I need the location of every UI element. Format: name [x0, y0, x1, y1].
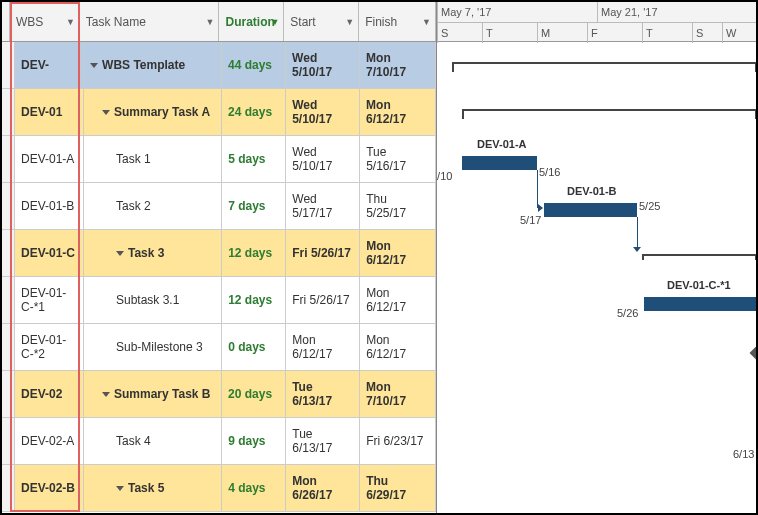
summary-bar-project[interactable]	[452, 62, 756, 72]
duration-column-header[interactable]: Duration ▼	[219, 2, 284, 41]
wbs-cell[interactable]: DEV-01	[15, 89, 84, 135]
table-row[interactable]: DEV-02-BTask 54 daysMon 6/26/17Thu 6/29/…	[2, 465, 436, 512]
finish-cell[interactable]: Mon 6/12/17	[360, 324, 436, 370]
duration-cell[interactable]: 24 days	[222, 89, 286, 135]
dropdown-icon[interactable]: ▼	[270, 17, 279, 27]
table-row[interactable]: DEV-01-BTask 27 daysWed 5/17/17Thu 5/25/…	[2, 183, 436, 230]
wbs-cell[interactable]: DEV-02	[15, 371, 84, 417]
row-indicator[interactable]	[2, 42, 15, 88]
task-name-cell[interactable]: Task 5	[84, 465, 222, 511]
timescale-minor-tick: S	[692, 23, 703, 43]
task-bar-dev-01-a[interactable]	[462, 156, 537, 170]
row-indicator[interactable]	[2, 89, 15, 135]
wbs-cell[interactable]: DEV-01-A	[15, 136, 84, 182]
dropdown-icon[interactable]: ▼	[66, 17, 75, 27]
task-bar-subtask31[interactable]	[644, 297, 756, 311]
summary-bar-a[interactable]	[462, 109, 756, 119]
table-row[interactable]: DEV-01-C-*2Sub-Milestone 30 daysMon 6/12…	[2, 324, 436, 371]
wbs-cell[interactable]: DEV-01-C-*1	[15, 277, 84, 323]
finish-cell[interactable]: Mon 7/10/17	[360, 42, 436, 88]
duration-cell[interactable]: 7 days	[222, 183, 286, 229]
wbs-cell[interactable]: DEV-01-C-*2	[15, 324, 84, 370]
gantt-body[interactable]: DEV-01-A 5/10 5/16 DEV-01-B 5/17 5/25 DE…	[437, 42, 756, 513]
task-name-cell[interactable]: Task 4	[84, 418, 222, 464]
start-cell[interactable]: Fri 5/26/17	[286, 277, 360, 323]
task-name-cell[interactable]: Task 2	[84, 183, 222, 229]
table-row[interactable]: DEV-01Summary Task A24 daysWed 5/10/17Mo…	[2, 89, 436, 136]
start-cell[interactable]: Tue 6/13/17	[286, 418, 360, 464]
start-column-header[interactable]: Start ▼	[284, 2, 359, 41]
timescale-minor-tick: M	[537, 23, 550, 43]
task-name-column-header[interactable]: Task Name ▼	[80, 2, 220, 41]
outline-collapse-icon[interactable]	[102, 392, 110, 397]
table-row[interactable]: DEV-01-ATask 15 daysWed 5/10/17Tue 5/16/…	[2, 136, 436, 183]
start-cell[interactable]: Wed 5/10/17	[286, 89, 360, 135]
row-indicator[interactable]	[2, 183, 15, 229]
duration-cell[interactable]: 20 days	[222, 371, 286, 417]
table-row[interactable]: DEV-02Summary Task B20 daysTue 6/13/17Mo…	[2, 371, 436, 418]
timescale-minor-tick: W	[722, 23, 736, 43]
duration-cell[interactable]: 9 days	[222, 418, 286, 464]
wbs-column-header[interactable]: WBS ▼	[10, 2, 80, 41]
task-name-cell[interactable]: WBS Template	[84, 42, 222, 88]
row-indicator[interactable]	[2, 418, 15, 464]
wbs-cell[interactable]: DEV-02-A	[15, 418, 84, 464]
timescale[interactable]: May 7, '17May 21, '17Jun 4, '17 STMFTSWS…	[437, 2, 756, 42]
dropdown-icon[interactable]: ▼	[206, 17, 215, 27]
task-bar-dev-01-b[interactable]	[544, 203, 637, 217]
finish-cell[interactable]: Thu 5/25/17	[360, 183, 436, 229]
dropdown-icon[interactable]: ▼	[422, 17, 431, 27]
outline-collapse-icon[interactable]	[116, 486, 124, 491]
duration-cell[interactable]: 5 days	[222, 136, 286, 182]
summary-bar-task3[interactable]	[642, 254, 756, 260]
duration-cell[interactable]: 12 days	[222, 230, 286, 276]
start-cell[interactable]: Mon 6/12/17	[286, 324, 360, 370]
table-row[interactable]: DEV-01-CTask 312 daysFri 5/26/17Mon 6/12…	[2, 230, 436, 277]
row-indicator[interactable]	[2, 230, 15, 276]
wbs-cell[interactable]: DEV-02-B	[15, 465, 84, 511]
task-name-cell[interactable]: Subtask 3.1	[84, 277, 222, 323]
table-row[interactable]: DEV-01-C-*1Subtask 3.112 daysFri 5/26/17…	[2, 277, 436, 324]
outline-collapse-icon[interactable]	[102, 110, 110, 115]
duration-cell[interactable]: 44 days	[222, 42, 286, 88]
task-name-cell[interactable]: Task 1	[84, 136, 222, 182]
finish-cell[interactable]: Mon 6/12/17	[360, 277, 436, 323]
indicator-column-header[interactable]	[2, 2, 10, 41]
outline-collapse-icon[interactable]	[90, 63, 98, 68]
row-indicator[interactable]	[2, 371, 15, 417]
wbs-cell[interactable]: DEV-	[15, 42, 84, 88]
finish-cell[interactable]: Fri 6/23/17	[360, 418, 436, 464]
wbs-cell[interactable]: DEV-01-B	[15, 183, 84, 229]
finish-column-header[interactable]: Finish ▼	[359, 2, 436, 41]
task-name-cell[interactable]: Sub-Milestone 3	[84, 324, 222, 370]
row-indicator[interactable]	[2, 465, 15, 511]
wbs-cell[interactable]: DEV-01-C	[15, 230, 84, 276]
row-indicator[interactable]	[2, 324, 15, 370]
outline-collapse-icon[interactable]	[116, 251, 124, 256]
start-cell[interactable]: Tue 6/13/17	[286, 371, 360, 417]
finish-cell[interactable]: Mon 7/10/17	[360, 371, 436, 417]
duration-cell[interactable]: 0 days	[222, 324, 286, 370]
row-indicator[interactable]	[2, 136, 15, 182]
start-cell[interactable]: Mon 6/26/17	[286, 465, 360, 511]
milestone-diamond[interactable]	[750, 345, 756, 362]
task-name-cell[interactable]: Summary Task B	[84, 371, 222, 417]
finish-cell[interactable]: Thu 6/29/17	[360, 465, 436, 511]
dropdown-icon[interactable]: ▼	[345, 17, 354, 27]
task-name-cell[interactable]: Task 3	[84, 230, 222, 276]
start-cell[interactable]: Wed 5/10/17	[286, 42, 360, 88]
finish-cell[interactable]: Tue 5/16/17	[360, 136, 436, 182]
duration-cell[interactable]: 4 days	[222, 465, 286, 511]
wbs-cell-text: DEV-02-A	[21, 434, 74, 448]
start-cell[interactable]: Fri 5/26/17	[286, 230, 360, 276]
gantt-chart[interactable]: May 7, '17May 21, '17Jun 4, '17 STMFTSWS…	[437, 2, 756, 513]
task-name-cell[interactable]: Summary Task A	[84, 89, 222, 135]
start-cell[interactable]: Wed 5/17/17	[286, 183, 360, 229]
finish-cell[interactable]: Mon 6/12/17	[360, 89, 436, 135]
duration-cell[interactable]: 12 days	[222, 277, 286, 323]
start-cell[interactable]: Wed 5/10/17	[286, 136, 360, 182]
table-row[interactable]: DEV-02-ATask 49 daysTue 6/13/17Fri 6/23/…	[2, 418, 436, 465]
row-indicator[interactable]	[2, 277, 15, 323]
table-row[interactable]: DEV-WBS Template44 daysWed 5/10/17Mon 7/…	[2, 42, 436, 89]
finish-cell[interactable]: Mon 6/12/17	[360, 230, 436, 276]
